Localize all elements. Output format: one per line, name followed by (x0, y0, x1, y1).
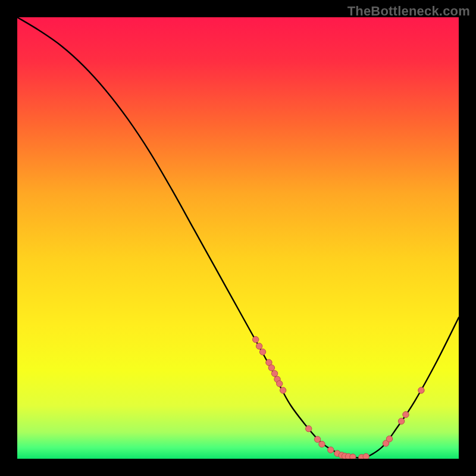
chart-frame: TheBottleneck.com (0, 0, 476, 476)
scatter-point (252, 336, 258, 342)
scatter-point (418, 387, 424, 393)
scatter-point (328, 447, 334, 453)
scatter-point (271, 371, 277, 377)
scatter-point (363, 453, 369, 459)
scatter-point (256, 343, 262, 349)
scatter-point (398, 418, 404, 424)
gradient-background (17, 17, 459, 459)
scatter-point (306, 425, 312, 431)
scatter-point (259, 349, 265, 355)
scatter-point (314, 436, 320, 442)
scatter-point (268, 365, 274, 371)
scatter-point (280, 387, 286, 393)
chart-svg (17, 17, 459, 459)
scatter-point (319, 441, 325, 447)
plot-area (17, 17, 459, 459)
scatter-point (386, 436, 392, 441)
scatter-point (277, 381, 283, 387)
scatter-point (350, 454, 356, 459)
scatter-point (403, 412, 409, 418)
